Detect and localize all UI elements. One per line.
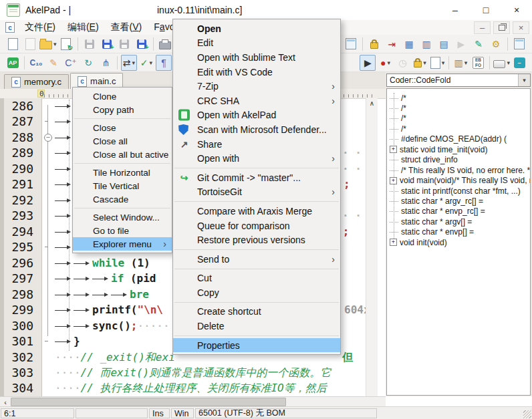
templates-dropdown-icon[interactable]: ▾: [442, 59, 445, 66]
menu-item-close-all-but-active[interactable]: Close all but active: [73, 148, 172, 161]
notes-button[interactable]: [511, 36, 527, 52]
tree-item-item[interactable]: /*: [390, 93, 406, 103]
menu-item-queue-for-comparison[interactable]: Queue for comparison: [173, 219, 340, 233]
exec-command-button[interactable]: ▶: [360, 55, 376, 71]
menu-item-open-with-akelpad[interactable]: Open with AkelPad: [173, 108, 340, 123]
menu-item-compare-with-araxis-merge[interactable]: Compare with Araxis Merge: [173, 204, 340, 219]
tree-item-static-char-envp-rc[interactable]: static char * envp_rc[] =: [390, 206, 485, 217]
menu-item-share[interactable]: ↗Share: [173, 137, 340, 152]
horizontal-scroll-thumb[interactable]: [11, 398, 286, 406]
menu-item-tile-vertical[interactable]: Tile Vertical: [73, 179, 172, 192]
vertical-scrollbar[interactable]: ∧: [366, 98, 378, 396]
menu-item-edit[interactable]: Edit: [173, 36, 340, 51]
highlighter-button[interactable]: ✎: [45, 55, 61, 71]
record-macro-button[interactable]: ●▾: [377, 55, 393, 71]
tab-memory-c[interactable]: cmemory.c: [4, 74, 69, 89]
codefold-tree[interactable]: /*/*/*/*#define CMOS_READ(addr) (+static…: [386, 88, 531, 396]
open-file-button[interactable]: ▾: [39, 36, 57, 52]
spellcheck-button[interactable]: ✓▾: [138, 55, 154, 71]
tree-item-item[interactable]: /*: [390, 114, 406, 124]
tree-expand-icon[interactable]: +: [390, 177, 397, 184]
fold-collapse-icon[interactable]: –: [44, 134, 52, 142]
tree-item-static-char-argv[interactable]: static char * argv[] =: [390, 217, 472, 227]
menu-item-open[interactable]: Open: [173, 21, 340, 36]
combobox-dropdown-icon[interactable]: ▾: [518, 74, 530, 86]
save-as-button[interactable]: +: [99, 36, 115, 52]
encoding-badge-button[interactable]: EBFO: [470, 55, 486, 71]
code-tree-button[interactable]: ⋔: [98, 55, 114, 71]
reopen-file-button[interactable]: ↻: [58, 36, 74, 52]
minimize-to-tray-button[interactable]: –: [511, 55, 527, 71]
line-numbers-button[interactable]: C₁₀: [28, 55, 44, 71]
scroll-sync-dropdown-icon[interactable]: ▾: [464, 59, 468, 66]
cpp-refresh-button[interactable]: ↻: [80, 55, 96, 71]
menu-item-properties[interactable]: Properties: [173, 338, 340, 353]
mdi-minimize-button[interactable]: –: [474, 21, 491, 34]
maximize-button[interactable]: □: [471, 0, 501, 20]
settings-gear-button[interactable]: ⚙: [488, 36, 504, 52]
tree-item-define-cmos-read-addr[interactable]: #define CMOS_READ(addr) (: [390, 134, 507, 144]
tree-item-static-void-time-init-void[interactable]: +static void time_init(void): [390, 144, 487, 154]
code-line[interactable]: 304····// 执行各终止处理程序、关闭所有标准IO等，然后: [0, 380, 386, 396]
tree-item-static-char-envp[interactable]: static char * envp[] =: [390, 227, 474, 237]
indent-button[interactable]: ⇥: [384, 36, 400, 52]
tree-item-static-char-argv-rc[interactable]: static char * argv_rc[] =: [390, 196, 483, 206]
menu-item-cut[interactable]: Cut: [173, 271, 340, 286]
word-wrap-button[interactable]: ⇄▾: [121, 55, 137, 71]
save-all-button[interactable]: +: [134, 36, 150, 52]
scroll-sync-button[interactable]: ▥▾: [452, 55, 469, 71]
mdi-restore-button[interactable]: [493, 21, 510, 34]
menu-item-tile-horizontal[interactable]: Tile Horizontal: [73, 166, 172, 179]
tree-item-void-init-void[interactable]: +void init(void): [390, 237, 447, 247]
macro-timer-button[interactable]: ◷: [394, 55, 410, 71]
code-line[interactable]: 303····// 而exit()则通常是普通函数库中的一个函数。它: [0, 365, 386, 381]
menu-item-cascade[interactable]: Cascade: [73, 192, 172, 206]
menu-item-delete[interactable]: Delete: [173, 319, 340, 333]
status-insert-mode[interactable]: Ins: [149, 408, 170, 418]
close-button[interactable]: ×: [501, 0, 532, 20]
tree-item-item[interactable]: /*: [390, 103, 406, 113]
menu-item-select-window[interactable]: Select Window...: [73, 211, 172, 224]
resize-grip[interactable]: [523, 410, 531, 418]
save-copy-button[interactable]: [116, 36, 132, 52]
menu-item-restore-previous-versions[interactable]: Restore previous versions: [173, 233, 340, 247]
print-button[interactable]: [157, 36, 173, 52]
tree-item-void-main-void-this-really-is-void-no-e[interactable]: +void main(void)/* This really IS void, …: [390, 176, 531, 186]
spellcheck-dropdown-icon[interactable]: ▾: [150, 59, 153, 66]
menu-item-git-commit-master[interactable]: ↪Git Commit -> "master"...: [173, 170, 340, 185]
split-vertical-button[interactable]: ▥: [418, 36, 434, 52]
read-only-dropdown-icon[interactable]: ▾: [423, 59, 426, 66]
horizontal-scrollbar[interactable]: ‹: [0, 396, 386, 407]
menu-item-copy-path[interactable]: Copy path: [73, 103, 172, 116]
status-caret-position[interactable]: 6:1: [1, 408, 74, 418]
menu-item-clone[interactable]: Clone: [73, 90, 172, 103]
menu-item-open-with[interactable]: Open with›: [173, 151, 340, 166]
save-button[interactable]: [82, 36, 98, 52]
play-button[interactable]: ▶: [453, 36, 469, 52]
menu-item-send-to[interactable]: Send to›: [173, 252, 340, 267]
menu-item-create-shortcut[interactable]: Create shortcut: [173, 305, 340, 319]
minimize-button[interactable]: –: [440, 0, 471, 20]
cpp-template-button[interactable]: C⁺: [63, 55, 79, 71]
clipboard-paste-button[interactable]: [343, 36, 359, 52]
menu-item-scan-with-microsoft-defender[interactable]: Scan with Microsoft Defender...: [173, 122, 340, 137]
menu-item-explorer-menu[interactable]: Explorer menu›: [73, 237, 172, 251]
menu-item-crc-sha[interactable]: CRC SHA›: [173, 94, 340, 108]
keyboard-layout-button[interactable]: ▾: [493, 55, 510, 71]
keyboard-layout-dropdown-icon[interactable]: ▾: [507, 59, 510, 66]
menu-item-open-with-sublime-text[interactable]: Open with Sublime Text: [173, 50, 340, 65]
menu-item-tortoisegit[interactable]: TortoiseGit›: [173, 185, 340, 200]
tree-expand-icon[interactable]: +: [390, 239, 397, 246]
plugin-selector-combobox[interactable]: Coder::CodeFold ▾: [386, 74, 531, 87]
split-horizontal-button[interactable]: ▤: [436, 36, 452, 52]
show-paragraph-button[interactable]: ¶: [156, 55, 172, 71]
scroll-up-arrow-icon[interactable]: ∧: [366, 98, 378, 108]
menu-v[interactable]: 查看(V): [105, 21, 148, 33]
templates-button[interactable]: ▾: [429, 55, 445, 71]
word-wrap-dropdown-icon[interactable]: ▾: [132, 59, 136, 66]
status-encoding[interactable]: 65001 (UTF-8) 无 BOM: [195, 408, 377, 418]
menu-item-7-zip[interactable]: 7-Zip›: [173, 79, 340, 94]
open-file-dropdown-icon[interactable]: ▾: [53, 41, 57, 47]
menu-item-edit-with-vs-code[interactable]: Edit with VS Code: [173, 65, 340, 80]
new-file-button[interactable]: [5, 36, 21, 52]
